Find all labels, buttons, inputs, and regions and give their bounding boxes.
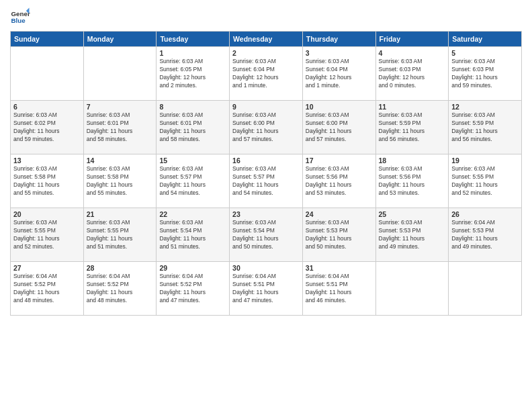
day-number: 5 bbox=[451, 49, 519, 57]
calendar-cell: 7Sunrise: 6:03 AM Sunset: 6:01 PM Daylig… bbox=[83, 101, 157, 154]
weekday-header-tuesday: Tuesday bbox=[157, 32, 230, 47]
calendar-cell: 27Sunrise: 6:04 AM Sunset: 5:52 PM Dayli… bbox=[11, 262, 84, 316]
day-number: 25 bbox=[379, 210, 446, 218]
day-number: 16 bbox=[232, 156, 300, 165]
day-number: 4 bbox=[379, 49, 446, 57]
calendar-cell: 8Sunrise: 6:03 AM Sunset: 6:01 PM Daylig… bbox=[157, 101, 230, 154]
calendar-cell: 13Sunrise: 6:03 AM Sunset: 5:58 PM Dayli… bbox=[11, 154, 84, 208]
weekday-header-saturday: Saturday bbox=[449, 32, 522, 47]
day-info: Sunrise: 6:04 AM Sunset: 5:51 PM Dayligh… bbox=[306, 273, 373, 305]
day-info: Sunrise: 6:03 AM Sunset: 5:56 PM Dayligh… bbox=[306, 165, 373, 197]
calendar-cell: 19Sunrise: 6:03 AM Sunset: 5:55 PM Dayli… bbox=[449, 154, 522, 208]
weekday-header-wednesday: Wednesday bbox=[230, 32, 303, 47]
day-number: 31 bbox=[306, 264, 373, 272]
weekday-header-friday: Friday bbox=[375, 32, 449, 47]
day-info: Sunrise: 6:03 AM Sunset: 6:02 PM Dayligh… bbox=[13, 111, 81, 144]
weekday-header-thursday: Thursday bbox=[302, 32, 375, 47]
weekday-header-sunday: Sunday bbox=[11, 32, 84, 47]
header-row: General Blue bbox=[10, 7, 522, 27]
day-number: 15 bbox=[159, 156, 226, 165]
day-info: Sunrise: 6:04 AM Sunset: 5:51 PM Dayligh… bbox=[232, 273, 300, 305]
calendar-cell: 30Sunrise: 6:04 AM Sunset: 5:51 PM Dayli… bbox=[230, 262, 303, 316]
day-info: Sunrise: 6:03 AM Sunset: 5:54 PM Dayligh… bbox=[232, 219, 300, 251]
day-number: 12 bbox=[451, 103, 519, 111]
day-number: 6 bbox=[13, 103, 81, 111]
calendar-cell: 16Sunrise: 6:03 AM Sunset: 5:57 PM Dayli… bbox=[230, 154, 303, 208]
calendar-week-row: 1Sunrise: 6:03 AM Sunset: 6:05 PM Daylig… bbox=[11, 47, 522, 101]
calendar-cell: 1Sunrise: 6:03 AM Sunset: 6:05 PM Daylig… bbox=[157, 47, 230, 101]
day-info: Sunrise: 6:03 AM Sunset: 5:56 PM Dayligh… bbox=[379, 165, 446, 197]
logo: General Blue bbox=[10, 7, 30, 27]
calendar-cell: 29Sunrise: 6:04 AM Sunset: 5:52 PM Dayli… bbox=[157, 262, 230, 316]
day-number: 24 bbox=[306, 210, 373, 218]
day-info: Sunrise: 6:03 AM Sunset: 6:01 PM Dayligh… bbox=[159, 111, 226, 144]
calendar-week-row: 20Sunrise: 6:03 AM Sunset: 5:55 PM Dayli… bbox=[11, 208, 522, 262]
day-info: Sunrise: 6:04 AM Sunset: 5:52 PM Dayligh… bbox=[13, 273, 81, 305]
day-number: 22 bbox=[159, 210, 226, 218]
calendar-cell: 4Sunrise: 6:03 AM Sunset: 6:03 PM Daylig… bbox=[375, 47, 449, 101]
calendar-cell: 10Sunrise: 6:03 AM Sunset: 6:00 PM Dayli… bbox=[302, 101, 375, 154]
day-number: 29 bbox=[159, 264, 226, 272]
calendar-cell: 25Sunrise: 6:03 AM Sunset: 5:53 PM Dayli… bbox=[375, 208, 449, 262]
day-number: 14 bbox=[87, 156, 154, 165]
day-number: 17 bbox=[306, 156, 373, 165]
day-number: 10 bbox=[306, 103, 373, 111]
day-info: Sunrise: 6:03 AM Sunset: 6:03 PM Dayligh… bbox=[379, 58, 446, 90]
day-number: 21 bbox=[87, 210, 154, 218]
day-info: Sunrise: 6:03 AM Sunset: 5:55 PM Dayligh… bbox=[451, 165, 519, 197]
calendar-cell: 18Sunrise: 6:03 AM Sunset: 5:56 PM Dayli… bbox=[375, 154, 449, 208]
day-number: 26 bbox=[451, 210, 519, 218]
calendar-cell: 22Sunrise: 6:03 AM Sunset: 5:54 PM Dayli… bbox=[157, 208, 230, 262]
day-info: Sunrise: 6:03 AM Sunset: 5:58 PM Dayligh… bbox=[13, 165, 81, 197]
calendar-cell: 12Sunrise: 6:03 AM Sunset: 5:59 PM Dayli… bbox=[449, 101, 522, 154]
calendar-cell bbox=[375, 262, 449, 316]
calendar-cell bbox=[11, 47, 84, 101]
day-number: 2 bbox=[232, 49, 300, 57]
calendar-cell: 24Sunrise: 6:03 AM Sunset: 5:53 PM Dayli… bbox=[302, 208, 375, 262]
day-number: 27 bbox=[13, 264, 81, 272]
calendar-cell: 5Sunrise: 6:03 AM Sunset: 6:03 PM Daylig… bbox=[449, 47, 522, 101]
day-number: 3 bbox=[306, 49, 373, 57]
calendar-cell: 2Sunrise: 6:03 AM Sunset: 6:04 PM Daylig… bbox=[230, 47, 303, 101]
calendar-week-row: 27Sunrise: 6:04 AM Sunset: 5:52 PM Dayli… bbox=[11, 262, 522, 316]
calendar-week-row: 13Sunrise: 6:03 AM Sunset: 5:58 PM Dayli… bbox=[11, 154, 522, 208]
day-info: Sunrise: 6:03 AM Sunset: 6:03 PM Dayligh… bbox=[451, 58, 519, 90]
day-number: 1 bbox=[159, 49, 226, 57]
calendar-table: SundayMondayTuesdayWednesdayThursdayFrid… bbox=[10, 31, 522, 316]
day-number: 30 bbox=[232, 264, 300, 272]
svg-text:Blue: Blue bbox=[11, 17, 26, 24]
day-number: 11 bbox=[379, 103, 446, 111]
calendar-cell: 28Sunrise: 6:04 AM Sunset: 5:52 PM Dayli… bbox=[83, 262, 157, 316]
day-info: Sunrise: 6:04 AM Sunset: 5:52 PM Dayligh… bbox=[87, 273, 154, 305]
calendar-cell: 21Sunrise: 6:03 AM Sunset: 5:55 PM Dayli… bbox=[83, 208, 157, 262]
day-number: 23 bbox=[232, 210, 300, 218]
day-info: Sunrise: 6:03 AM Sunset: 6:04 PM Dayligh… bbox=[306, 58, 373, 90]
calendar-week-row: 6Sunrise: 6:03 AM Sunset: 6:02 PM Daylig… bbox=[11, 101, 522, 154]
day-info: Sunrise: 6:03 AM Sunset: 6:01 PM Dayligh… bbox=[87, 111, 154, 144]
calendar-cell: 26Sunrise: 6:04 AM Sunset: 5:53 PM Dayli… bbox=[449, 208, 522, 262]
day-info: Sunrise: 6:04 AM Sunset: 5:53 PM Dayligh… bbox=[451, 219, 519, 251]
day-info: Sunrise: 6:03 AM Sunset: 5:59 PM Dayligh… bbox=[451, 111, 519, 144]
page-container: General Blue SundayMondayTuesdayWednesda… bbox=[0, 0, 532, 322]
day-info: Sunrise: 6:03 AM Sunset: 6:00 PM Dayligh… bbox=[232, 111, 300, 144]
day-info: Sunrise: 6:04 AM Sunset: 5:52 PM Dayligh… bbox=[159, 273, 226, 305]
calendar-cell: 17Sunrise: 6:03 AM Sunset: 5:56 PM Dayli… bbox=[302, 154, 375, 208]
day-info: Sunrise: 6:03 AM Sunset: 6:00 PM Dayligh… bbox=[306, 111, 373, 144]
day-info: Sunrise: 6:03 AM Sunset: 5:57 PM Dayligh… bbox=[159, 165, 226, 197]
calendar-cell bbox=[83, 47, 157, 101]
weekday-header-monday: Monday bbox=[83, 32, 157, 47]
calendar-cell: 6Sunrise: 6:03 AM Sunset: 6:02 PM Daylig… bbox=[11, 101, 84, 154]
day-info: Sunrise: 6:03 AM Sunset: 5:57 PM Dayligh… bbox=[232, 165, 300, 197]
calendar-cell: 31Sunrise: 6:04 AM Sunset: 5:51 PM Dayli… bbox=[302, 262, 375, 316]
day-number: 9 bbox=[232, 103, 300, 111]
calendar-cell bbox=[449, 262, 522, 316]
day-number: 18 bbox=[379, 156, 446, 165]
day-number: 8 bbox=[159, 103, 226, 111]
calendar-cell: 11Sunrise: 6:03 AM Sunset: 5:59 PM Dayli… bbox=[375, 101, 449, 154]
calendar-cell: 15Sunrise: 6:03 AM Sunset: 5:57 PM Dayli… bbox=[157, 154, 230, 208]
calendar-cell: 3Sunrise: 6:03 AM Sunset: 6:04 PM Daylig… bbox=[302, 47, 375, 101]
day-info: Sunrise: 6:03 AM Sunset: 5:55 PM Dayligh… bbox=[13, 219, 81, 251]
calendar-cell: 9Sunrise: 6:03 AM Sunset: 6:00 PM Daylig… bbox=[230, 101, 303, 154]
calendar-cell: 14Sunrise: 6:03 AM Sunset: 5:58 PM Dayli… bbox=[83, 154, 157, 208]
day-info: Sunrise: 6:03 AM Sunset: 6:04 PM Dayligh… bbox=[232, 58, 300, 90]
